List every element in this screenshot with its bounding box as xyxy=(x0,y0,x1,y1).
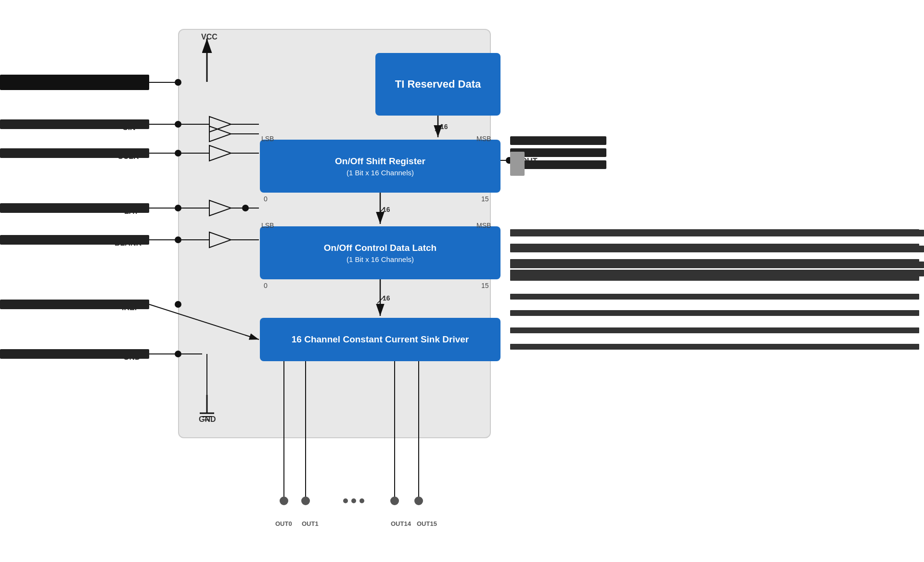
latch-sublabel: (1 Bit x 16 Channels) xyxy=(346,255,414,263)
latch-out-4 xyxy=(510,270,924,276)
right-out-8 xyxy=(510,344,919,350)
right-out-1 xyxy=(510,229,919,235)
sclk-pin-label: SCLK xyxy=(118,152,139,161)
latch-box: On/Off Control Data Latch (1 Bit x 16 Ch… xyxy=(260,226,500,279)
latch-out-2 xyxy=(510,246,924,252)
right-out-6 xyxy=(510,310,919,316)
shift-register-sublabel: (1 Bit x 16 Channels) xyxy=(346,169,414,177)
shift-out-bus-1 xyxy=(510,136,606,145)
out14-label: OUT14 xyxy=(391,520,411,527)
latch-lsb-label: LSB xyxy=(261,222,274,229)
shift-register-label: On/Off Shift Register xyxy=(335,156,425,168)
out1-dot xyxy=(301,497,310,505)
latch-label: On/Off Control Data Latch xyxy=(324,242,436,254)
driver-box: 16 Channel Constant Current Sink Driver xyxy=(260,318,500,361)
vcc-pin-label: VCC xyxy=(123,78,139,87)
gnd-bottom-label: GND xyxy=(199,415,216,424)
ellipsis-dot-3 xyxy=(359,498,364,503)
latch-msb-label: MSB xyxy=(476,222,491,229)
latch-out-3 xyxy=(510,261,924,268)
sout-dot xyxy=(506,157,513,164)
shift-num-left: 0 xyxy=(264,195,268,203)
blank-pin-label: BLANK xyxy=(115,239,141,248)
out0-dot xyxy=(280,497,288,505)
gnd-pin-label: GND xyxy=(123,353,141,362)
out15-dot xyxy=(414,497,423,505)
sout-pin-label: SOUT xyxy=(516,157,537,166)
shift-num-right: 15 xyxy=(481,195,489,203)
right-out-5 xyxy=(510,294,919,300)
diagram-container: TI Reserved Data On/Off Shift Register (… xyxy=(0,0,924,562)
shift-lsb-label: LSB xyxy=(261,135,274,143)
ti-reserved-label: TI Reserved Data xyxy=(395,78,481,91)
latch-num-right: 15 xyxy=(481,282,489,289)
shift-out-bus-2 xyxy=(510,148,606,157)
ti-reserved-box: TI Reserved Data xyxy=(375,53,500,116)
right-out-4 xyxy=(510,274,919,281)
lat-pin-label: LAT xyxy=(124,207,139,216)
sin-pin-label: SIN xyxy=(123,123,136,132)
right-out-2 xyxy=(510,244,919,250)
vcc-top-label: VCC xyxy=(201,33,218,41)
out14-dot xyxy=(390,497,399,505)
ellipsis-dot-2 xyxy=(351,498,356,503)
shift-msb-label: MSB xyxy=(476,135,491,143)
right-out-3 xyxy=(510,259,919,265)
driver-label: 16 Channel Constant Current Sink Driver xyxy=(292,334,469,345)
shift-register-box: On/Off Shift Register (1 Bit x 16 Channe… xyxy=(260,140,500,193)
right-out-7 xyxy=(510,327,919,333)
ellipsis-dot-1 xyxy=(343,498,348,503)
out15-label: OUT15 xyxy=(417,520,437,527)
latch-num-left: 0 xyxy=(264,282,268,289)
latch-out-1 xyxy=(510,230,924,236)
out0-label: OUT0 xyxy=(275,520,292,527)
iref-pin-label: IREF xyxy=(122,303,139,312)
out1-label: OUT1 xyxy=(302,520,319,527)
